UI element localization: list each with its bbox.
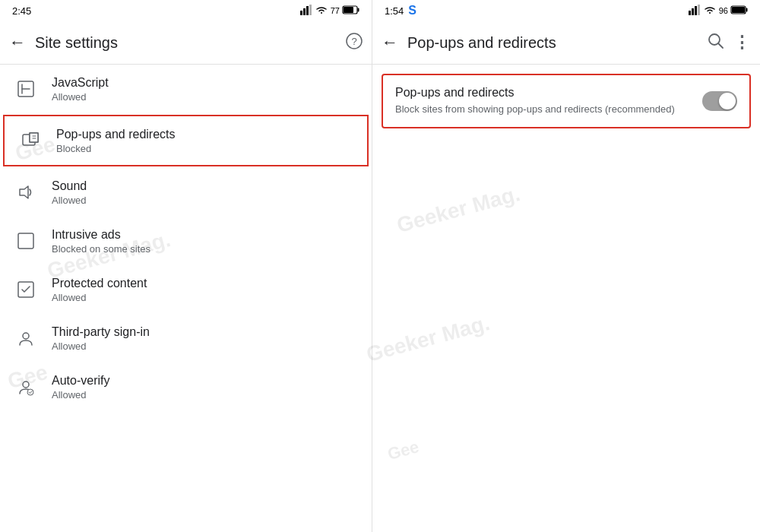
javascript-text: JavaScript Allowed bbox=[52, 76, 109, 103]
wifi-icon bbox=[315, 5, 328, 17]
svg-rect-21 bbox=[698, 5, 700, 15]
settings-item-third-party[interactable]: Third-party sign-in Allowed bbox=[0, 314, 372, 363]
popup-card-description: Block sites from showing pop-ups and red… bbox=[395, 103, 693, 116]
status-icons-left: 77 bbox=[300, 5, 359, 17]
settings-item-protected[interactable]: Protected content Allowed bbox=[0, 265, 372, 314]
settings-item-sound[interactable]: Sound Allowed bbox=[0, 168, 372, 217]
help-icon[interactable]: ? bbox=[346, 33, 363, 53]
settings-item-auto-verify[interactable]: Auto-verify Allowed bbox=[0, 363, 372, 411]
battery-right: 96 bbox=[719, 6, 728, 15]
s-brand-icon: S bbox=[408, 4, 416, 17]
settings-item-popups[interactable]: Pop-ups and redirects Blocked bbox=[3, 115, 369, 166]
sound-text: Sound Allowed bbox=[52, 179, 87, 206]
settings-item-ads[interactable]: Intrusive ads Blocked on some sites bbox=[0, 217, 372, 265]
verify-icon bbox=[12, 373, 40, 401]
third-party-text: Third-party sign-in Allowed bbox=[52, 325, 150, 352]
ads-text: Intrusive ads Blocked on some sites bbox=[52, 228, 150, 255]
search-icon[interactable] bbox=[708, 33, 724, 53]
sound-subtitle: Allowed bbox=[52, 195, 87, 206]
svg-rect-19 bbox=[692, 8, 694, 15]
battery-left: 77 bbox=[331, 6, 340, 15]
svg-rect-24 bbox=[732, 7, 745, 13]
protected-title: Protected content bbox=[52, 277, 147, 290]
time-right: 1:54 bbox=[385, 5, 404, 17]
javascript-icon bbox=[12, 75, 40, 103]
sound-icon bbox=[12, 179, 40, 206]
battery-icon-right bbox=[731, 5, 748, 16]
auto-verify-subtitle: Allowed bbox=[52, 389, 109, 401]
popup-card-title: Pop-ups and redirects bbox=[395, 86, 693, 100]
left-toolbar: ← Site settings ? bbox=[0, 21, 372, 64]
signal-icon-right bbox=[689, 5, 701, 17]
javascript-title: JavaScript bbox=[52, 76, 109, 90]
back-button-right[interactable]: ← bbox=[382, 33, 398, 52]
status-bar-right: 1:54 S 96 bbox=[372, 0, 760, 21]
svg-rect-11 bbox=[30, 133, 38, 142]
more-options-icon[interactable]: ⋮ bbox=[733, 33, 751, 52]
protected-icon bbox=[12, 276, 40, 303]
sound-title: Sound bbox=[52, 179, 87, 193]
svg-rect-20 bbox=[695, 6, 697, 15]
settings-list: JavaScript Allowed Pop-ups and redirects… bbox=[0, 65, 372, 532]
right-page-title: Pop-ups and redirects bbox=[407, 34, 698, 52]
svg-rect-3 bbox=[309, 5, 312, 15]
protected-subtitle: Allowed bbox=[52, 292, 147, 303]
ads-subtitle: Blocked on some sites bbox=[52, 243, 150, 255]
popup-toggle[interactable] bbox=[702, 91, 737, 111]
popups-title: Pop-ups and redirects bbox=[56, 128, 176, 141]
popups-text: Pop-ups and redirects Blocked bbox=[56, 128, 176, 154]
svg-rect-6 bbox=[344, 7, 353, 13]
svg-rect-18 bbox=[689, 11, 691, 15]
watermark-r1: Geeker Mag. bbox=[394, 182, 523, 238]
third-party-subtitle: Allowed bbox=[52, 340, 150, 352]
svg-rect-1 bbox=[303, 8, 306, 15]
right-panel: Geeker Mag. Geeker Mag. Gee 1:54 S bbox=[372, 0, 760, 532]
auto-verify-text: Auto-verify Allowed bbox=[52, 374, 109, 401]
ads-icon bbox=[12, 227, 40, 255]
popup-setting-text: Pop-ups and redirects Block sites from s… bbox=[395, 86, 693, 116]
javascript-subtitle: Allowed bbox=[52, 91, 109, 103]
svg-rect-13 bbox=[18, 233, 33, 249]
time-left: 2:45 bbox=[12, 5, 31, 17]
status-icons-right: 96 bbox=[689, 5, 748, 17]
svg-marker-12 bbox=[20, 186, 28, 198]
wifi-icon-right bbox=[704, 5, 716, 17]
svg-point-15 bbox=[23, 333, 29, 339]
left-page-title: Site settings bbox=[35, 34, 337, 52]
signal-icon bbox=[300, 5, 312, 17]
left-panel: Gee Geeker Mag. Gee 2:45 77 bbox=[0, 0, 372, 532]
back-button-left[interactable]: ← bbox=[9, 33, 26, 52]
right-divider bbox=[372, 64, 760, 65]
svg-rect-2 bbox=[306, 6, 309, 15]
popups-icon bbox=[17, 127, 44, 154]
auto-verify-title: Auto-verify bbox=[52, 374, 109, 388]
watermark-r3: Gee bbox=[385, 437, 421, 464]
right-toolbar: ← Pop-ups and redirects ⋮ bbox=[372, 21, 760, 64]
settings-item-javascript[interactable]: JavaScript Allowed bbox=[0, 65, 372, 113]
battery-icon-left bbox=[343, 5, 359, 16]
protected-text: Protected content Allowed bbox=[52, 277, 147, 303]
third-party-title: Third-party sign-in bbox=[52, 325, 150, 339]
toggle-knob bbox=[719, 93, 736, 109]
svg-rect-5 bbox=[358, 8, 359, 12]
person-icon bbox=[12, 325, 40, 352]
popup-setting-card[interactable]: Pop-ups and redirects Block sites from s… bbox=[382, 74, 751, 128]
ads-title: Intrusive ads bbox=[52, 228, 150, 242]
svg-point-16 bbox=[23, 382, 29, 388]
popups-subtitle: Blocked bbox=[56, 143, 176, 154]
svg-point-17 bbox=[27, 389, 33, 395]
svg-rect-0 bbox=[300, 11, 302, 15]
svg-text:?: ? bbox=[351, 36, 356, 47]
status-bar-left: 2:45 77 bbox=[0, 0, 372, 21]
watermark-r2: Geeker Mag. bbox=[364, 311, 492, 367]
svg-rect-23 bbox=[746, 8, 748, 12]
svg-line-26 bbox=[718, 43, 723, 48]
